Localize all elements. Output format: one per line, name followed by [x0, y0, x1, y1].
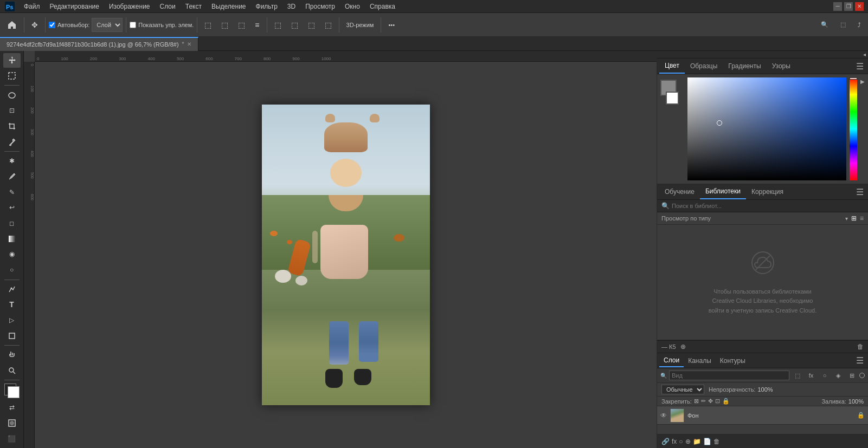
quick-mask-button[interactable]: [3, 416, 21, 431]
object-select-tool[interactable]: ⊡: [3, 103, 21, 118]
delete-layer-button[interactable]: 🗑: [713, 438, 720, 445]
layers-options[interactable]: ☰: [854, 353, 866, 368]
align-center-h-button[interactable]: ⬚: [217, 17, 232, 33]
align-top-button[interactable]: ⬚: [271, 17, 285, 33]
new-layer-button[interactable]: 📄: [703, 438, 711, 445]
lasso-tool[interactable]: [3, 88, 21, 102]
gradient-tool[interactable]: [3, 231, 21, 246]
healing-tool[interactable]: ✱: [3, 154, 21, 168]
spectrum-arrow-right[interactable]: ▶: [860, 79, 865, 85]
menu-text[interactable]: Текст: [181, 2, 206, 11]
lock-position-button[interactable]: ✥: [708, 398, 713, 405]
move-tool[interactable]: [3, 53, 21, 68]
hue-bar[interactable]: [850, 77, 857, 180]
more-button[interactable]: •••: [384, 17, 398, 33]
layer-type-filter[interactable]: [669, 371, 789, 380]
menu-3d[interactable]: 3D: [283, 2, 300, 11]
grid-view-button[interactable]: ⊞: [851, 215, 857, 222]
tab-gradients[interactable]: Градиенты: [723, 59, 766, 73]
add-to-library-button[interactable]: ⊕: [680, 343, 686, 350]
filter-pixel-button[interactable]: ⬚: [792, 369, 803, 381]
text-tool[interactable]: T: [3, 297, 21, 312]
tab-swatches[interactable]: Образцы: [685, 59, 723, 73]
menu-file[interactable]: Файл: [20, 2, 44, 11]
close-button[interactable]: ✕: [855, 2, 864, 11]
minimize-button[interactable]: ─: [833, 2, 842, 11]
lock-all-button[interactable]: 🔒: [722, 398, 730, 405]
filter-fx-button[interactable]: fx: [805, 369, 817, 381]
document-tab[interactable]: 9274e4df2cfb7d9a1f48871b30c1b6d8 (1).jpg…: [0, 37, 198, 51]
layer-visibility-dot[interactable]: [859, 373, 865, 378]
eraser-tool[interactable]: ◻: [3, 216, 21, 231]
stamp-tool[interactable]: ✎: [3, 185, 21, 199]
tab-libraries[interactable]: Библиотеки: [700, 184, 746, 199]
switch-colors[interactable]: ⇄: [3, 400, 21, 415]
hue-slider[interactable]: [850, 77, 857, 80]
align-left-button[interactable]: ⬚: [201, 17, 215, 33]
menu-select[interactable]: Выделение: [207, 2, 250, 11]
show-transform-checkbox[interactable]: [130, 22, 136, 28]
align-h-button[interactable]: ≡: [251, 17, 263, 33]
filter-dropdown-icon[interactable]: ▾: [845, 216, 848, 222]
screen-mode-button[interactable]: ⬛: [3, 431, 21, 446]
brush-tool[interactable]: [3, 170, 21, 184]
filter-mask-button[interactable]: ○: [819, 369, 831, 381]
layer-item[interactable]: 👁 Фон 🔒: [657, 406, 868, 425]
dodge-tool[interactable]: ○: [3, 263, 21, 277]
align-center-v-button[interactable]: ⬚: [287, 17, 302, 33]
add-fx-button[interactable]: fx: [672, 438, 677, 445]
autoselect-checkbox[interactable]: [49, 22, 55, 28]
pen-tool[interactable]: [3, 282, 21, 296]
shape-tool[interactable]: [3, 328, 21, 343]
tab-close-button[interactable]: ✕: [187, 41, 191, 47]
zoom-tool[interactable]: [3, 363, 21, 378]
tab-paths[interactable]: Контуры: [716, 355, 750, 367]
color-panel-options[interactable]: ☰: [854, 59, 866, 74]
menu-image[interactable]: Изображение: [105, 2, 155, 11]
lock-transparent-button[interactable]: ⊠: [694, 398, 699, 405]
layer-select[interactable]: Слой: [92, 18, 123, 32]
3d-mode-button[interactable]: 3D-режим: [343, 17, 378, 33]
distribute-button[interactable]: ⬚: [321, 17, 336, 33]
align-right-button[interactable]: ⬚: [234, 17, 249, 33]
list-view-button[interactable]: ≡: [860, 215, 864, 222]
trash-library-button[interactable]: 🗑: [857, 343, 864, 350]
hand-tool[interactable]: [3, 348, 21, 362]
blur-tool[interactable]: ◉: [3, 247, 21, 262]
tab-color[interactable]: Цвет: [659, 59, 685, 74]
new-group-button[interactable]: 📁: [693, 438, 701, 445]
workspaces-button[interactable]: ⬚: [837, 17, 850, 33]
history-brush-tool[interactable]: ↩: [3, 200, 21, 215]
crop-tool[interactable]: [3, 119, 21, 134]
selection-tool[interactable]: [3, 69, 21, 83]
background-swatch[interactable]: [666, 92, 679, 105]
search-button[interactable]: 🔍: [817, 17, 832, 33]
share-button[interactable]: ⤴: [854, 17, 865, 33]
tab-channels[interactable]: Каналы: [684, 355, 716, 367]
opacity-value[interactable]: 100%: [757, 386, 773, 393]
move-tool-button[interactable]: ✥: [28, 17, 42, 33]
menu-layers[interactable]: Слои: [156, 2, 180, 11]
align-bottom-button[interactable]: ⬚: [304, 17, 319, 33]
filter-artboard-button[interactable]: ⊞: [846, 369, 858, 381]
blend-mode-select[interactable]: Обычные: [661, 385, 704, 394]
libraries-options[interactable]: ☰: [854, 185, 866, 199]
home-button[interactable]: [3, 16, 21, 34]
menu-edit[interactable]: Редактирование: [46, 2, 104, 11]
menu-filter[interactable]: Фильтр: [252, 2, 282, 11]
lock-paint-button[interactable]: ✏: [701, 398, 706, 405]
path-select-tool[interactable]: ▷: [3, 313, 21, 328]
tab-patterns[interactable]: Узоры: [767, 59, 796, 73]
restore-button[interactable]: ❐: [844, 2, 853, 11]
tab-layers[interactable]: Слои: [659, 354, 684, 367]
menu-view[interactable]: Просмотр: [301, 2, 339, 11]
lock-artboard-button[interactable]: ⊡: [715, 398, 720, 405]
filter-smart-button[interactable]: ◈: [832, 369, 844, 381]
tab-learn[interactable]: Обучение: [659, 185, 700, 199]
layer-visibility-icon[interactable]: 👁: [660, 412, 667, 419]
right-panel-collapse[interactable]: ◂: [863, 51, 866, 57]
background-color[interactable]: [8, 386, 20, 398]
tab-adjustment[interactable]: Коррекция: [746, 185, 789, 199]
menu-help[interactable]: Справка: [365, 2, 400, 11]
fill-value[interactable]: 100%: [848, 398, 864, 405]
